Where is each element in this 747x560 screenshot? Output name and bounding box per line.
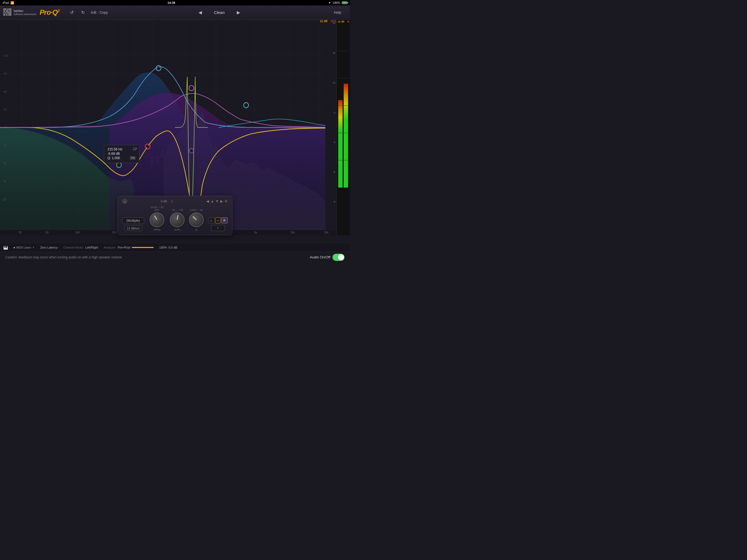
bottom-bar: 🎹 ● MIDI Learn ▼ Zero Latency Channel Mo… bbox=[0, 243, 350, 252]
btn-r[interactable]: R bbox=[221, 218, 228, 223]
vu-clip-label: 0 bbox=[347, 20, 349, 23]
tooltip-freq-value: 215.56 Hz bbox=[107, 147, 123, 151]
analyzer-label: Analyzer: bbox=[104, 246, 116, 249]
top-bar: fabfilter software instruments Pro·Q2 ↺ … bbox=[0, 5, 350, 20]
warning-text: Caution: feedback may occur when turning… bbox=[5, 255, 122, 259]
svg-rect-5 bbox=[9, 10, 11, 12]
logo-area: fabfilter software instruments Pro·Q2 bbox=[0, 8, 63, 17]
freq-label-20: 20 bbox=[19, 231, 22, 234]
vu-svg bbox=[338, 24, 349, 187]
channel-mode-area[interactable]: Channel Mode: Left/Right bbox=[63, 246, 98, 249]
svg-rect-3 bbox=[3, 10, 5, 12]
freq-label-10k: 10k bbox=[290, 231, 295, 234]
tooltip-mode-btn[interactable]: Dbl bbox=[130, 156, 136, 160]
tooltip-freq-row: 215.56 Hz 🎧 bbox=[107, 147, 136, 151]
svg-point-44 bbox=[147, 146, 149, 148]
status-left: iPad 📶 bbox=[3, 1, 14, 5]
undo-button[interactable]: ↺ bbox=[68, 9, 75, 16]
band-close-button[interactable]: ✕ bbox=[225, 199, 228, 203]
btn-l[interactable]: L bbox=[208, 218, 215, 223]
preset-next-button[interactable]: ▶ bbox=[235, 9, 242, 16]
filter-type-display[interactable]: (Multiple) bbox=[122, 218, 144, 224]
preset-area: ◀ Clean ▶ bbox=[112, 9, 327, 16]
redo-button[interactable]: ↻ bbox=[80, 9, 86, 16]
svg-text:-3: -3 bbox=[3, 144, 6, 147]
help-button[interactable]: Help bbox=[331, 9, 344, 16]
bluetooth-icon: ✦ bbox=[328, 1, 331, 5]
band-panel: ⏻ 0 dB 1 ◀ ▲ ▼ ▶ ✕ (Multiple) 12 dB/oct … bbox=[118, 196, 232, 235]
ab-label[interactable]: A/B bbox=[91, 10, 97, 15]
gain-range-label: -30 — +30 bbox=[172, 209, 183, 211]
q-knob[interactable] bbox=[189, 212, 204, 227]
channel-mode-value: Left/Right bbox=[85, 246, 98, 249]
vu-bars-area bbox=[337, 24, 350, 235]
freq-range-label: 10 Hz — 30 kHz bbox=[149, 206, 165, 211]
analyzer-fill bbox=[132, 247, 154, 248]
svg-rect-4 bbox=[6, 10, 9, 12]
zoom-value: 100% bbox=[159, 246, 167, 249]
svg-point-42 bbox=[190, 87, 192, 89]
q-range-label: 0.025 — 40 bbox=[190, 209, 203, 211]
svg-rect-7 bbox=[5, 12, 6, 14]
freq-label-20k: 20k bbox=[324, 231, 328, 234]
band-nav-down-button[interactable]: ▼ bbox=[215, 199, 219, 203]
svg-text:-6: -6 bbox=[3, 162, 6, 165]
band-power-button[interactable]: ⏻ bbox=[122, 199, 127, 204]
audio-toggle-label: Audio On/Off bbox=[310, 255, 330, 259]
band-nav-up-button[interactable]: ▲ bbox=[210, 199, 214, 203]
preset-name: Clean bbox=[208, 10, 230, 15]
db-scale-label-0: 0 bbox=[327, 111, 335, 114]
midi-dot: ● bbox=[14, 246, 15, 249]
latency-area[interactable]: Zero Latency bbox=[40, 246, 58, 249]
svg-point-45 bbox=[190, 150, 192, 152]
db-offset-value: 0.0 dB bbox=[169, 246, 177, 249]
svg-rect-1 bbox=[7, 8, 8, 10]
svg-rect-0 bbox=[3, 8, 6, 10]
freq-knob[interactable] bbox=[150, 212, 164, 227]
freq-label-200: 200 bbox=[112, 231, 117, 234]
analyzer-area: Analyzer: Pre+Post bbox=[104, 246, 154, 249]
channel-mode-label: Channel Mode: bbox=[63, 246, 84, 249]
svg-rect-6 bbox=[3, 12, 5, 14]
band-left-controls: (Multiple) 12 dB/oct bbox=[122, 218, 144, 231]
analyzer-value: Pre+Post bbox=[118, 246, 130, 249]
time-display: 14:39 bbox=[168, 1, 175, 4]
band-nav-right-button[interactable]: ▶ bbox=[221, 199, 223, 203]
phase-button[interactable]: ✦ bbox=[211, 225, 225, 231]
eq-tooltip: × 215.56 Hz 🎧 -6.68 dB Q: 1.000 Dbl bbox=[104, 145, 139, 163]
audio-toggle-switch[interactable] bbox=[333, 254, 344, 261]
svg-text:+12: +12 bbox=[3, 54, 8, 57]
db-scale-label-m9: -9 bbox=[327, 200, 335, 203]
tooltip-gain-value: -6.68 dB bbox=[107, 152, 120, 156]
analyzer-bar bbox=[132, 247, 154, 248]
q-knob-group: 0.025 — 40 Q bbox=[189, 209, 204, 231]
preset-prev-button[interactable]: ◀ bbox=[196, 9, 204, 16]
db-scale-label-m6: -6 bbox=[327, 171, 335, 173]
svg-text:+9: +9 bbox=[3, 72, 6, 75]
battery-icon bbox=[342, 1, 347, 4]
slope-display[interactable]: 12 dB/oct bbox=[124, 226, 142, 231]
top-controls: ↺ ↻ A/B / Copy ◀ Clean ▶ Help bbox=[63, 9, 350, 16]
svg-rect-59 bbox=[344, 84, 348, 187]
svg-rect-58 bbox=[338, 100, 343, 187]
db-scale-right: +9 +6 +3 0 -3 -6 -9 -12 bbox=[325, 20, 336, 235]
device-label: iPad bbox=[3, 1, 9, 4]
midi-learn-area[interactable]: ● MIDI Learn ▼ bbox=[14, 246, 35, 249]
freq-label-5k: 5k bbox=[254, 231, 257, 234]
svg-rect-11 bbox=[8, 14, 11, 16]
ab-copy-area: A/B / Copy bbox=[91, 10, 108, 15]
status-right: ✦ 100% bbox=[328, 1, 347, 5]
audio-toggle-area: Audio On/Off bbox=[310, 254, 344, 261]
db-scale-label-p3: +3 bbox=[327, 81, 335, 84]
band-nav-left-button[interactable]: ◀ bbox=[206, 199, 209, 203]
svg-rect-9 bbox=[3, 14, 5, 16]
gain-knob[interactable] bbox=[170, 212, 185, 227]
band-controls: (Multiple) 12 dB/oct 10 Hz — 30 kHz FREQ… bbox=[122, 206, 228, 231]
vu-db-label: 12 dB bbox=[338, 20, 344, 23]
piano-icon: 🎹 bbox=[3, 245, 8, 250]
gain-knob-group: -30 — +30 GAIN bbox=[170, 209, 185, 231]
copy-button[interactable]: Copy bbox=[100, 10, 108, 15]
btn-link[interactable]: ∞ bbox=[215, 218, 221, 223]
tooltip-close-button[interactable]: × bbox=[135, 146, 137, 151]
proq-logo: Pro·Q2 bbox=[40, 8, 60, 17]
